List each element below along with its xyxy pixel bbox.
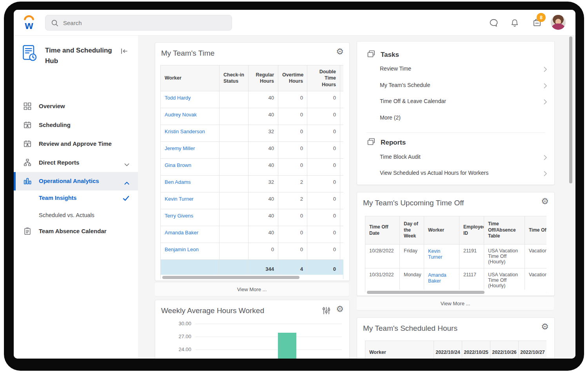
sidebar-item-direct-reports[interactable]: Direct Reports [14, 154, 138, 172]
chart-settings-sliders-icon[interactable] [322, 306, 330, 316]
device-frame: w 8 [4, 2, 584, 371]
double-time-hours-cell: 0 [307, 141, 340, 158]
user-avatar[interactable] [551, 15, 566, 30]
chevron-up-icon [124, 179, 129, 187]
sidebar-item-scheduling[interactable]: Scheduling [14, 116, 138, 135]
sidebar-item-review-approve-time[interactable]: Review and Approve Time [14, 135, 138, 154]
horizontal-scrollbar[interactable] [161, 275, 343, 280]
workday-logo[interactable]: w [22, 14, 36, 31]
sidebar-item-team-insights[interactable]: Team Insights [14, 190, 138, 208]
gear-icon[interactable]: ⚙ [336, 47, 344, 56]
scheduled-hours-table: Worker 2022/10/24 2022/10/25 2022/10/26 … [365, 341, 546, 359]
double-time-hours-cell: 0 [307, 125, 340, 141]
col-absence-table: Time Off/Absence Table [484, 216, 525, 245]
card-title: My Team's Upcoming Time Off [363, 199, 464, 207]
sidebar-item-overview[interactable]: Overview [14, 97, 138, 116]
team-time-row: Ben Adams3220 [161, 175, 344, 192]
team-time-row: Benjamin Leon000 [161, 243, 344, 259]
employee-id-cell: 21191 [459, 245, 484, 268]
checkin-status-cell [220, 91, 249, 108]
regular-hours-cell: 32 [249, 175, 278, 192]
notifications-icon[interactable] [510, 18, 520, 28]
double-time-hours-cell: 0 [307, 192, 340, 209]
checkin-status-cell [220, 125, 249, 141]
tasks-reports-card: Tasks Review Time My Team's Schedule Tim… [357, 41, 555, 185]
view-more-time-off[interactable]: View More ... [357, 297, 554, 310]
team-time-table: Worker Check-in Status Regular Hours Ove… [160, 65, 343, 279]
vertical-scrollbar-thumb[interactable] [569, 36, 572, 183]
regular-hours-cell: 40 [249, 209, 278, 226]
worker-link[interactable]: Ben Adams [165, 179, 191, 185]
regular-hours-cell: 40 [249, 192, 278, 209]
absence-table-cell: USA Vacation Time Off (Hourly) [484, 268, 525, 292]
overtime-hours-cell: 0 [278, 141, 307, 158]
reports-header: Reports [367, 137, 406, 148]
overtime-hours-cell: 0 [278, 243, 307, 259]
task-my-teams-schedule[interactable]: My Team's Schedule [357, 77, 554, 94]
worker-link[interactable]: Kevin Turner [428, 248, 442, 260]
checkin-status-cell [220, 209, 249, 226]
time-off-row: 10/28/2022FridayKevin Turner21191USA Vac… [365, 245, 547, 268]
sidebar-item-scheduled-vs-actuals[interactable]: Scheduled vs. Actuals [14, 208, 138, 224]
regular-hours-cell: 0 [249, 243, 278, 259]
chart-bar[interactable] [278, 333, 296, 359]
collapse-sidebar-icon[interactable] [120, 48, 128, 56]
overtime-hours-cell: 0 [278, 108, 307, 125]
sidebar-item-team-absence-calendar[interactable]: Team Absence Calendar [14, 222, 138, 241]
checkin-status-cell [220, 108, 249, 125]
chevron-right-icon [544, 99, 547, 106]
worker-link[interactable]: Benjamin Leon [165, 246, 199, 252]
scrollbar-thumb[interactable] [162, 276, 299, 279]
worker-link[interactable]: Audrey Novak [165, 112, 197, 118]
task-more[interactable]: More (2) [357, 110, 554, 126]
gear-icon[interactable]: ⚙ [541, 323, 549, 331]
hub-title: Time and Scheduling Hub [45, 45, 114, 66]
regular-hours-cell: 40 [249, 108, 278, 125]
chat-icon[interactable] [488, 18, 499, 28]
my-teams-time-card: My Team's Time ⚙ Worker Check-in Status … [155, 42, 350, 281]
direct-reports-icon [23, 158, 32, 169]
overtime-hours-cell: 0 [278, 226, 307, 243]
card-title: My Team's Scheduled Hours [363, 324, 457, 333]
horizontal-scrollbar[interactable] [365, 290, 546, 295]
double-time-hours-cell: 0 [307, 158, 340, 175]
worker-link[interactable]: Amanda Baker [428, 272, 446, 284]
time-off-date-cell: 10/28/2022 [365, 245, 400, 268]
topbar: w 8 [14, 10, 575, 36]
checkin-status-cell [220, 226, 249, 243]
worker-link[interactable]: Jeremy Miller [165, 145, 195, 151]
sidebar-item-operational-analytics[interactable]: Operational Analytics [14, 172, 138, 190]
chevron-right-icon [544, 155, 547, 162]
task-review-time[interactable]: Review Time [357, 61, 554, 77]
team-time-row: Kevin Turner4020 [161, 192, 344, 209]
worker-link[interactable]: Kevin Turner [165, 196, 194, 202]
employee-id-cell: 21117 [459, 268, 484, 292]
team-absence-calendar-icon [23, 227, 32, 237]
double-time-hours-cell: 0 [307, 226, 340, 243]
col-worker: Worker [365, 341, 434, 359]
search-input[interactable] [45, 15, 232, 31]
gear-icon[interactable]: ⚙ [541, 197, 549, 206]
report-time-block-audit[interactable]: Time Block Audit [357, 149, 554, 165]
team-time-row: Todd Hardy4000 [161, 91, 344, 108]
gear-icon[interactable]: ⚙ [336, 305, 344, 314]
upcoming-time-off-card: My Team's Upcoming Time Off ⚙ Time Off D… [357, 192, 555, 296]
col-day-of-week: Day of the Week [400, 216, 424, 245]
review-approve-time-icon [23, 140, 32, 150]
team-time-row: Gina Brown4000 [161, 158, 344, 175]
scrollbar-thumb[interactable] [367, 291, 485, 294]
day-of-week-cell: Friday [400, 245, 424, 268]
overview-icon [23, 102, 32, 112]
scheduled-hours-table-wrap: Worker 2022/10/24 2022/10/25 2022/10/26 … [365, 341, 546, 359]
worker-link[interactable]: Gina Brown [165, 162, 191, 168]
worker-link[interactable]: Todd Hardy [165, 95, 191, 101]
worker-link[interactable]: Kristin Sanderson [165, 129, 205, 134]
worker-link[interactable]: Amanda Baker [165, 230, 198, 236]
task-time-off-leave-calendar[interactable]: Time Off & Leave Calendar [357, 93, 554, 110]
view-more-team-time[interactable]: View More ... [155, 283, 349, 296]
double-time-hours-cell: 0 [307, 209, 340, 226]
worker-link[interactable]: Terry Givens [165, 213, 193, 219]
report-scheduled-vs-actual[interactable]: View Scheduled vs Actual Hours for Worke… [357, 165, 554, 181]
time-off-date-cell: 10/31/2022 [365, 268, 400, 292]
search-field[interactable] [62, 19, 213, 27]
